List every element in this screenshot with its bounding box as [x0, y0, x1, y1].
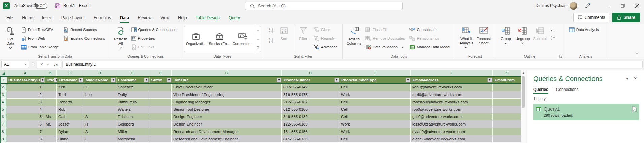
text-to-columns-button[interactable]: Text to Columns — [345, 25, 363, 54]
search-input[interactable]: Search (Alt+Q) — [245, 2, 403, 10]
properties-button[interactable]: Properties — [130, 34, 178, 43]
grid-cell[interactable]: Chief Executive Officer — [172, 84, 282, 91]
filter-dropdown-icon[interactable]: ▾ — [40, 78, 45, 82]
query-refresh-file-icon[interactable] — [632, 106, 637, 112]
grid-cell[interactable]: 1 — [6, 84, 44, 91]
grid-cell[interactable]: Cell — [339, 84, 411, 91]
grid-cell[interactable]: 2 — [6, 91, 44, 99]
grid-cell[interactable]: Cell — [339, 113, 411, 121]
grid-cell[interactable]: 8 — [6, 135, 44, 143]
grid-cell[interactable]: A — [83, 128, 116, 135]
grid-cell[interactable] — [44, 135, 57, 143]
chevron-down-icon[interactable] — [402, 45, 404, 48]
column-header-J[interactable]: J — [411, 70, 493, 76]
grid-cell[interactable]: 181-555-0156 — [282, 128, 339, 135]
grid-cell[interactable] — [493, 91, 521, 99]
column-header-G[interactable]: G — [172, 70, 282, 76]
tab-file[interactable]: File — [2, 11, 18, 24]
grid-cell[interactable]: Engineering Manager — [172, 99, 282, 106]
filter-dropdown-icon[interactable]: ▾ — [144, 78, 149, 82]
grid-cell[interactable]: 697-555-0142 — [282, 84, 339, 91]
table-header-cell[interactable]: PhoneNumber▾ — [282, 77, 340, 83]
row-header-8[interactable]: 8 — [0, 128, 6, 135]
grid-cell[interactable]: Roberto — [57, 99, 83, 106]
filter-dropdown-icon[interactable]: ▾ — [111, 78, 116, 82]
data-type-stocks[interactable]: Stocks (En... — [208, 26, 231, 52]
grid-cell[interactable]: Mr. — [44, 120, 57, 128]
grid-cell[interactable]: dylan0@adventure-works.com — [411, 128, 493, 135]
grid-cell[interactable]: Cell — [339, 99, 411, 106]
grid-cell[interactable] — [149, 135, 172, 143]
autosave-control[interactable]: AutoSave Off — [14, 3, 47, 9]
grid-cell[interactable]: gail0@adventure-works.com — [411, 113, 493, 121]
grid-cell[interactable] — [149, 91, 172, 99]
column-header-B[interactable]: B — [44, 70, 57, 76]
table-header-cell[interactable]: LastName▾ — [117, 77, 150, 83]
insert-function-icon[interactable]: fx — [54, 62, 58, 67]
grid-cell[interactable]: 5 — [6, 113, 44, 121]
panel-tab-queries[interactable]: Queries — [533, 87, 548, 94]
save-icon[interactable] — [55, 3, 61, 9]
user-avatar[interactable] — [570, 2, 577, 10]
filter-dropdown-icon[interactable]: ▾ — [167, 78, 171, 82]
filter-dropdown-icon[interactable]: ▾ — [54, 78, 57, 82]
row-header-1[interactable]: 1 — [1, 77, 7, 83]
grid-cell[interactable] — [83, 106, 116, 113]
column-header-I[interactable]: I — [339, 70, 411, 76]
table-header-cell[interactable]: JobTitle▾ — [172, 77, 282, 83]
restore-button[interactable] — [616, 0, 630, 11]
grid-cell[interactable]: diane1@adventure-works.com — [411, 135, 493, 143]
grid-cell[interactable]: Work — [339, 91, 411, 99]
grid-cell[interactable]: Vice President of Engineering — [172, 91, 282, 99]
grid-cell[interactable]: Gail — [57, 113, 83, 121]
get-data-button[interactable]: Get Data — [2, 25, 19, 54]
grid-cell[interactable]: 849-555-0139 — [282, 113, 339, 121]
consolidate-button[interactable]: Consolidate — [408, 25, 452, 34]
data-validation-button[interactable]: Data Validation — [364, 43, 406, 51]
grid-cell[interactable]: 815-555-0138 — [282, 135, 339, 143]
filter-dropdown-icon[interactable]: ▾ — [487, 78, 492, 82]
grid-cell[interactable]: terri0@adventure-works.com — [411, 91, 493, 99]
grid-cell[interactable] — [44, 84, 57, 91]
grid-cell[interactable]: A — [83, 113, 116, 121]
grid-cell[interactable]: Miller — [116, 128, 149, 135]
grid-cell[interactable]: Design Engineer — [172, 113, 282, 121]
group-button[interactable]: Group — [498, 25, 514, 54]
grid-cell[interactable]: J — [83, 84, 116, 91]
grid-cell[interactable] — [44, 128, 57, 135]
grid-cell[interactable] — [149, 120, 172, 128]
column-header-E[interactable]: E — [116, 70, 149, 76]
grid-cell[interactable]: Margheim — [116, 135, 149, 143]
grid-cell[interactable]: Design Engineer — [172, 120, 282, 128]
grid-cell[interactable]: Sánchez — [116, 84, 149, 91]
table-header-cell[interactable]: MiddleName▾ — [84, 77, 117, 83]
grid-cell[interactable]: Erickson — [116, 113, 149, 121]
grid-cell[interactable] — [493, 84, 521, 91]
data-type-organization[interactable]: Organizati... — [184, 26, 208, 52]
column-header-F[interactable]: F — [149, 70, 172, 76]
grid-cell[interactable] — [493, 99, 521, 106]
query-list-item[interactable]: Query1 290 rows loaded. — [533, 104, 639, 120]
grid-cell[interactable]: 122-555-0189 — [282, 120, 339, 128]
grid-cell[interactable]: 6 — [6, 120, 44, 128]
tab-insert[interactable]: Insert — [38, 11, 57, 24]
tab-table-design[interactable]: Table Design — [191, 11, 224, 24]
manage-data-model-button[interactable]: Manage Data Model — [408, 43, 452, 51]
grid-cell[interactable]: 819-555-0175 — [282, 91, 339, 99]
existing-connections-button[interactable]: Existing Connections — [62, 34, 107, 43]
row-header-2[interactable]: 2 — [0, 84, 6, 91]
tab-page-layout[interactable]: Page Layout — [57, 11, 89, 24]
grid-cell[interactable]: Terri — [57, 91, 83, 99]
what-if-analysis-button[interactable]: ? What-If Analysis — [457, 25, 475, 54]
grid-cell[interactable]: Dylan — [57, 128, 83, 135]
cancel-icon[interactable]: ✕ — [40, 62, 43, 67]
ungroup-button[interactable]: Ungroup — [514, 25, 531, 54]
vertical-scrollbar[interactable]: ▲ — [521, 70, 526, 143]
row-header-6[interactable]: 6 — [0, 113, 6, 121]
row-header-3[interactable]: 3 — [0, 91, 6, 99]
scroll-up-icon[interactable]: ▲ — [521, 70, 526, 75]
tab-query[interactable]: Query — [224, 11, 244, 24]
row-header-9[interactable]: 9 — [0, 135, 6, 143]
refresh-all-button[interactable]: Refresh All — [112, 25, 129, 54]
panel-tab-connections[interactable]: Connections — [556, 87, 579, 94]
